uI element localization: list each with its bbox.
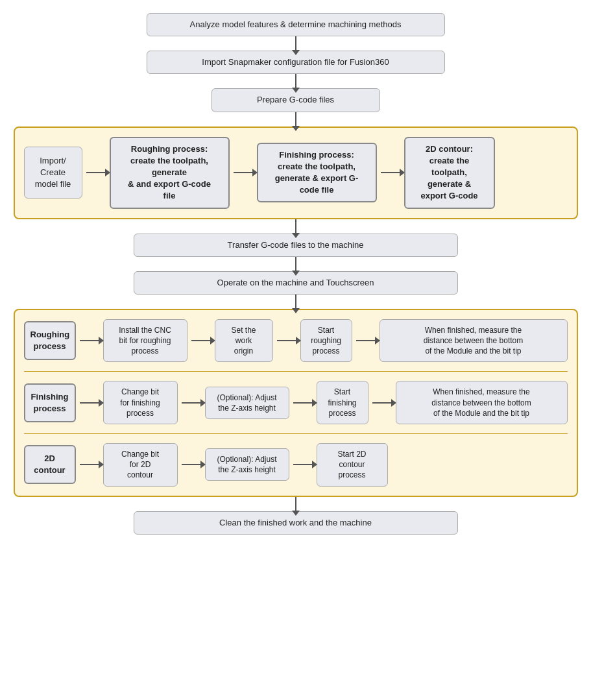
step5-text: Transfer G-code files to the machine: [228, 240, 364, 250]
step1-box: Analyze model features & determine machi…: [147, 13, 445, 36]
finishing-row: Finishingprocess Change bitfor finishing…: [24, 381, 568, 424]
arrow-r1: [86, 172, 106, 173]
roughing-row: Roughingprocess Install the CNCbit for r…: [24, 319, 568, 363]
gcode-section: Import/Createmodel file Roughing process…: [14, 127, 578, 219]
finish-step1: Change bitfor finishingprocess: [103, 381, 178, 424]
flowchart: Analyze model features & determine machi…: [13, 13, 578, 535]
step2-text: Import Snapmaker configuration file for …: [202, 57, 389, 67]
rough-step3: Startroughingprocess: [300, 319, 352, 363]
rough-step2: Set theworkorigin: [215, 319, 273, 363]
roughing-label: Roughingprocess: [24, 321, 76, 360]
finish-step4: When finished, measure thedistance betwe…: [396, 381, 568, 424]
arrow4: [295, 219, 296, 234]
contour2d-gcode-text: 2D contour:create thetoolpath,generate &…: [420, 143, 477, 202]
arrow2: [295, 74, 296, 88]
import-create-text: Import/Createmodel file: [35, 155, 71, 191]
roughing-gcode-text: Roughing process:create the toolpath, ge…: [121, 143, 218, 202]
finish-step2: (Optional): Adjustthe Z-axis height: [205, 387, 289, 419]
arrow5: [295, 257, 296, 271]
finishing-label: Finishingprocess: [24, 383, 76, 422]
arrow1: [295, 36, 296, 51]
step6-text: Operate on the machine and Touchscreen: [217, 278, 374, 287]
contour2d-gcode-box: 2D contour:create thetoolpath,generate &…: [404, 137, 495, 209]
divider1: [24, 371, 568, 372]
finish-step3: Startfinishingprocess: [317, 381, 368, 424]
contour-step2: (Optional): Adjustthe Z-axis height: [205, 448, 289, 481]
contour-row: 2Dcontour Change bitfor 2Dcontour (Optio…: [24, 443, 568, 487]
step3-text: Prepare G-code files: [257, 95, 334, 104]
arr-contour-1: [80, 464, 99, 465]
final-text: Clean the finished work and the machine: [219, 518, 372, 527]
arrow3: [295, 112, 296, 127]
arrow-r2: [234, 172, 253, 173]
arr-contour-3: [293, 464, 313, 465]
gcode-inner: Import/Createmodel file Roughing process…: [24, 137, 568, 209]
contour-step3: Start 2Dcontourprocess: [317, 443, 388, 487]
arrow6: [295, 295, 296, 309]
roughing-gcode-box: Roughing process:create the toolpath, ge…: [110, 137, 230, 209]
arr-rough-4: [356, 340, 376, 341]
arrow7: [295, 497, 296, 511]
contour-step1: Change bitfor 2Dcontour: [103, 443, 178, 487]
finishing-gcode-text: Finishing process:create the toolpath,ge…: [269, 149, 365, 197]
machine-section: Roughingprocess Install the CNCbit for r…: [14, 309, 578, 497]
arr-rough-1: [80, 340, 99, 341]
divider2: [24, 433, 568, 434]
contour-label: 2Dcontour: [24, 445, 76, 484]
import-create-box: Import/Createmodel file: [24, 147, 82, 199]
arrow-r3: [381, 172, 400, 173]
rough-step1: Install the CNCbit for roughingprocess: [103, 319, 187, 363]
arr-finish-2: [182, 402, 201, 404]
arr-contour-2: [182, 464, 201, 465]
finishing-gcode-box: Finishing process:create the toolpath,ge…: [257, 143, 377, 203]
arr-finish-1: [80, 402, 99, 404]
arr-finish-3: [293, 402, 313, 404]
rough-step4: When finished, measure thedistance betwe…: [380, 319, 568, 363]
arr-finish-4: [372, 402, 392, 404]
step1-text: Analyze model features & determine machi…: [190, 19, 402, 29]
arr-rough-2: [191, 340, 211, 341]
arr-rough-3: [277, 340, 296, 341]
